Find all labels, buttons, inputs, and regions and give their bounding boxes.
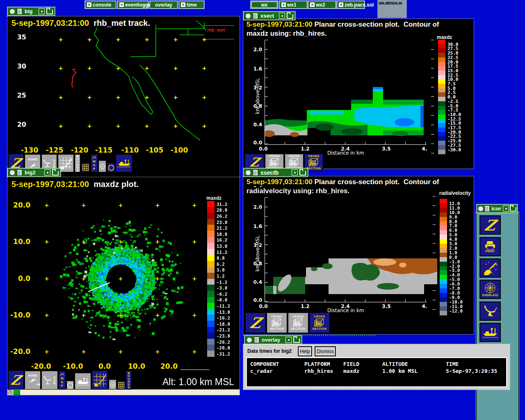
window-doc-icon[interactable] [253, 13, 258, 19]
data-times-panel: COMPONENTPLATFORMFIELDALTITUDETIME c_rad… [246, 357, 507, 387]
taskbar-button-wx[interactable]: wx [251, 1, 278, 9]
small-grid-icon[interactable] [81, 163, 90, 172]
small-grid-icon[interactable] [117, 381, 125, 390]
window-menu-icon[interactable] [245, 170, 251, 176]
gear-icon[interactable] [98, 160, 106, 172]
checkbox-icon[interactable]: ✕ [339, 2, 343, 7]
checkbox-icon[interactable]: ✕ [181, 2, 185, 7]
gear-icon[interactable] [109, 379, 116, 390]
taskbar-button-wx1[interactable]: ✕wx1 [279, 1, 307, 9]
cross-section-icon-selected[interactable]: CROSSSECTION [309, 313, 330, 333]
bounds-icon[interactable]: BOUNDS [126, 371, 132, 390]
titlebar-big[interactable]: big [7, 7, 55, 16]
colorbar-value: -21.2 [217, 327, 230, 333]
zoom-icon[interactable] [299, 171, 306, 176]
zoom-icon[interactable] [510, 207, 516, 212]
ship-icon[interactable] [479, 323, 501, 342]
window-doc-icon[interactable] [254, 337, 259, 343]
titlebar-xsectb[interactable]: xsectb [243, 168, 308, 177]
colorbar-cell [207, 285, 215, 291]
taskbar-button-zeb.pacs.sol[interactable]: ✕zeb.pacs.sol [337, 1, 365, 9]
hostname-box: wx.atmos.w [378, 0, 406, 18]
radar-ppi-canvas [7, 177, 240, 390]
colorbar-cell [440, 306, 447, 311]
iconify-icon[interactable] [39, 8, 45, 14]
window-menu-icon[interactable] [247, 337, 252, 343]
horizontal-scrollbar[interactable] [7, 389, 240, 395]
table-row: c_radarrhb_hiresmaxdz1.00 km MSL5-Sep-97… [250, 368, 506, 374]
iconify-icon[interactable] [503, 205, 509, 212]
window-menu-icon[interactable] [9, 170, 15, 176]
iconify-icon[interactable] [285, 337, 292, 343]
colorbar-cell [207, 249, 215, 255]
zeb-logo-icon[interactable]: Z [8, 370, 24, 390]
taskbar-button-eventlogger[interactable]: ✕eventlogger [117, 1, 148, 9]
checkbox-icon[interactable]: ✕ [310, 2, 315, 7]
print-icon[interactable]: PRINT [479, 237, 501, 256]
checkbox-icon[interactable]: ✕ [281, 2, 286, 7]
window-menu-icon[interactable] [478, 206, 484, 212]
zoom-icon[interactable] [287, 14, 293, 19]
colorbar-cell [440, 311, 447, 315]
ship-icon[interactable] [75, 373, 91, 390]
zeb-logo-icon[interactable]: Z [479, 215, 501, 235]
taskbar-button-console[interactable]: ✕console [85, 1, 116, 9]
checkbox-icon[interactable]: ✕ [119, 2, 124, 7]
iconify-icon[interactable] [279, 13, 285, 19]
goes-ir-icon[interactable]: GOES .IR [25, 371, 41, 390]
map-icon[interactable]: MAP [91, 154, 98, 172]
tick-label: 2.4 [341, 304, 349, 309]
tick-label: 1.6 [249, 224, 262, 229]
taskbar-button-time[interactable]: ✕time [179, 1, 204, 9]
zoom-icon[interactable] [52, 171, 59, 176]
bounds-icon[interactable]: BOUNDS [75, 154, 80, 172]
map-icon[interactable]: MAP [59, 371, 66, 390]
colorbar-cell [440, 208, 447, 212]
window-doc-icon[interactable] [17, 8, 22, 15]
scrollbar-hatch[interactable] [7, 390, 13, 395]
taskbar-button-overlay[interactable]: overlay [150, 1, 178, 9]
satellite-icon[interactable] [479, 258, 501, 278]
colorbar-value: -8.8 [217, 297, 228, 303]
tick-label: 1.6 [249, 66, 262, 72]
tick-label: 1.2 [301, 304, 309, 309]
titlebar-icons[interactable]: icon [477, 204, 518, 213]
radar-grid-icon-selected[interactable] [92, 370, 108, 390]
titlebar-big2[interactable]: big2 [7, 168, 61, 177]
help-button[interactable]: Help [298, 346, 312, 356]
cross-section-icon[interactable]: CROSSSECTION [267, 313, 287, 333]
grid-cross: + [119, 201, 123, 209]
titlebar-xsect[interactable]: xsect [243, 11, 295, 20]
dismiss-button[interactable]: Dismiss [315, 346, 336, 356]
window-doc-icon[interactable] [484, 205, 490, 212]
circle-icon[interactable] [107, 163, 115, 172]
titlebar-overlay[interactable]: overlay [244, 336, 302, 344]
checkbox-icon[interactable]: ✕ [87, 2, 91, 7]
window-doc-icon[interactable] [17, 169, 22, 176]
desktop: ✕console✕eventloggeroverlay✕timewx✕wx1✕w… [0, 0, 525, 420]
colorbar-cell [438, 97, 445, 101]
colorbar-cell [207, 279, 215, 285]
iconify-icon[interactable] [292, 169, 298, 176]
surface-radar-icon[interactable]: SUR [41, 371, 58, 390]
zeb-logo-icon[interactable]: Z [245, 313, 266, 333]
scrollbar-thumb[interactable] [14, 390, 20, 395]
colorbar-cell [438, 62, 445, 66]
window-menu-icon[interactable] [9, 9, 15, 14]
taskbar-button-wx2[interactable]: ✕wx2 [308, 1, 336, 9]
ship-icon[interactable] [116, 154, 132, 172]
dialog-label: Data times for big2 [247, 348, 292, 354]
overlays-icon[interactable]: OVERLAYS [479, 280, 501, 299]
cross-section-icon[interactable]: CROSSSECTION [288, 313, 308, 333]
radar-dish-icon[interactable] [479, 301, 501, 321]
colorbar-cell [440, 257, 447, 262]
iconify-icon[interactable] [44, 169, 50, 176]
zoom-icon[interactable] [46, 10, 53, 14]
plot-title-line1: 5-sep-1997,03:21:00 Planar cross-section… [247, 21, 439, 29]
grid-cross: + [192, 311, 196, 319]
window-doc-icon[interactable] [253, 169, 258, 176]
circle-icon[interactable] [66, 381, 74, 390]
zoom-icon[interactable] [293, 338, 300, 343]
window-menu-icon[interactable] [245, 13, 251, 19]
colorbar-value: -1.2 [217, 280, 228, 285]
